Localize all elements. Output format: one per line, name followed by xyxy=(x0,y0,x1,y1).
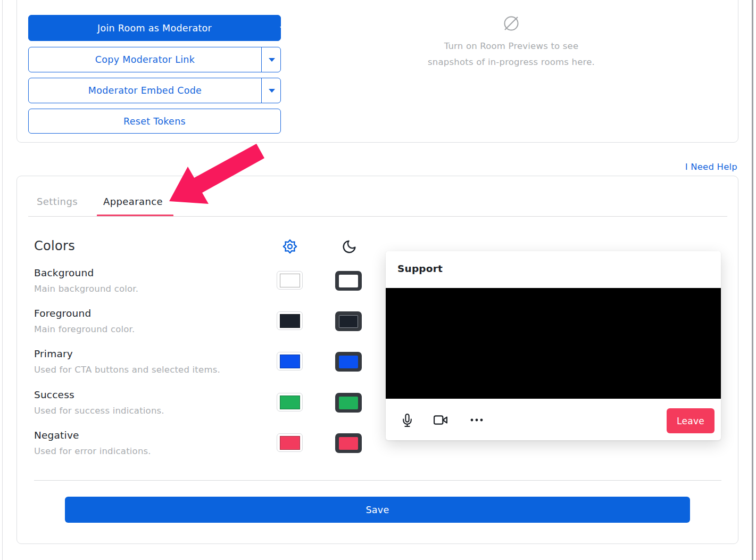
dark-mode-moon-icon[interactable] xyxy=(340,238,358,255)
negative-light-swatch[interactable] xyxy=(277,433,303,452)
room-previews-placeholder: Turn on Room Previews to see snapshots o… xyxy=(405,13,618,70)
swatch-fill xyxy=(339,356,358,368)
swatch-fill xyxy=(339,275,358,287)
row-description: Main foreground color. xyxy=(34,324,135,334)
preview-room-title: Support xyxy=(397,263,443,274)
save-button[interactable]: Save xyxy=(65,497,690,523)
swatch-fill xyxy=(280,274,300,287)
row-description: Used for error indications. xyxy=(34,446,151,456)
embed-code-label: Moderator Embed Code xyxy=(88,85,202,96)
success-dark-swatch[interactable] xyxy=(335,393,362,413)
foreground-light-swatch[interactable] xyxy=(277,311,303,330)
swatch-fill xyxy=(280,355,300,368)
tab-settings[interactable]: Settings xyxy=(37,196,78,207)
camera-icon[interactable] xyxy=(433,413,448,427)
chevron-down-icon xyxy=(280,27,286,30)
chevron-down-icon[interactable] xyxy=(269,89,275,93)
primary-light-swatch[interactable] xyxy=(277,352,303,370)
copy-link-label: Copy Moderator Link xyxy=(95,54,195,65)
foreground-dark-swatch[interactable] xyxy=(335,311,362,331)
leave-button[interactable]: Leave xyxy=(667,408,715,433)
preview-disabled-icon xyxy=(501,13,521,34)
reset-tokens-label: Reset Tokens xyxy=(123,116,186,127)
primary-dark-swatch[interactable] xyxy=(335,352,362,372)
background-dark-swatch[interactable] xyxy=(335,271,362,291)
moderator-embed-code-button[interactable]: Moderator Embed Code xyxy=(28,78,281,103)
swatch-fill xyxy=(339,437,358,450)
join-room-label: Join Room as Moderator xyxy=(97,23,212,34)
row-description: Used for success indications. xyxy=(34,406,164,416)
light-mode-gear-icon[interactable] xyxy=(281,238,298,255)
split-divider xyxy=(261,47,262,72)
more-options-icon[interactable] xyxy=(469,415,485,425)
tab-appearance[interactable]: Appearance xyxy=(103,196,163,207)
swatch-fill xyxy=(339,397,358,409)
video-feed xyxy=(386,288,721,399)
previews-message-line2: snapshots of in-progress rooms here. xyxy=(405,54,618,70)
success-light-swatch[interactable] xyxy=(277,393,303,411)
save-divider xyxy=(34,480,721,481)
join-room-as-moderator-button[interactable]: Join Room as Moderator xyxy=(28,15,281,41)
row-label: Negative xyxy=(34,430,79,441)
swatch-fill xyxy=(280,396,300,409)
negative-dark-swatch[interactable] xyxy=(335,433,362,453)
swatch-fill xyxy=(280,436,300,450)
copy-moderator-link-button[interactable]: Copy Moderator Link xyxy=(28,47,281,72)
background-light-swatch[interactable] xyxy=(277,271,303,290)
chevron-down-icon[interactable] xyxy=(269,58,275,62)
microphone-icon[interactable] xyxy=(400,412,414,428)
row-label: Foreground xyxy=(34,308,91,319)
annotation-arrow-icon xyxy=(160,138,277,213)
row-label: Background xyxy=(34,267,94,278)
colors-section-title: Colors xyxy=(34,238,75,253)
page: Join Room as Moderator Copy Moderator Li… xyxy=(0,0,756,560)
reset-tokens-button[interactable]: Reset Tokens xyxy=(28,109,281,134)
split-divider xyxy=(261,78,262,103)
moderator-card: Join Room as Moderator Copy Moderator Li… xyxy=(16,0,738,143)
row-description: Main background color. xyxy=(34,284,138,294)
support-preview-card: Support Leave xyxy=(386,251,721,440)
tabs-divider xyxy=(28,216,727,217)
swatch-fill xyxy=(339,315,358,328)
swatch-fill xyxy=(280,314,300,328)
row-label: Primary xyxy=(34,348,73,359)
row-label: Success xyxy=(34,389,74,400)
previews-message-line1: Turn on Room Previews to see xyxy=(405,38,618,54)
page-left-border xyxy=(2,0,3,560)
scrollbar[interactable] xyxy=(752,0,753,560)
i-need-help-link[interactable]: I Need Help xyxy=(578,162,737,172)
row-description: Used for CTA buttons and selected items. xyxy=(34,365,220,375)
